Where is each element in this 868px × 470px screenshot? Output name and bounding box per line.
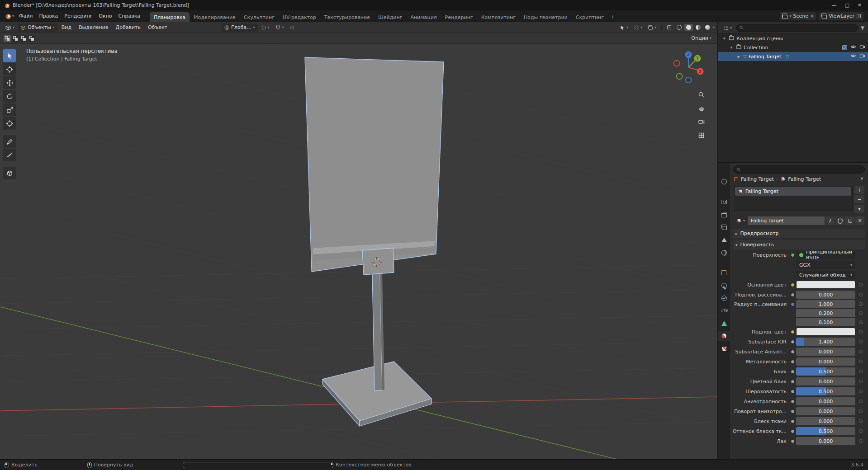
pin-icon[interactable] — [859, 177, 864, 182]
disclosure-icon[interactable]: ▾ — [721, 36, 727, 41]
shading-rendered-button[interactable] — [703, 24, 712, 31]
select-mode-subtract-button[interactable] — [20, 35, 27, 42]
gizmos-dropdown[interactable]: ▾ — [631, 24, 645, 31]
outliner-row-falling-target[interactable]: ▸ ▽ Falling Target ▽ — [718, 52, 868, 61]
workspace-tab-rendering[interactable]: Рендеринг — [441, 12, 477, 22]
fake-user-shield-button[interactable] — [835, 216, 844, 225]
decorator-dot[interactable] — [855, 409, 866, 413]
tab-output[interactable] — [718, 210, 730, 219]
menu-view[interactable]: Вид — [58, 23, 75, 32]
tab-object-data[interactable] — [718, 319, 730, 328]
radius-y-field[interactable]: 0.200 — [796, 309, 855, 317]
decorator-dot[interactable] — [855, 293, 866, 296]
xray-toggle[interactable] — [664, 24, 674, 31]
properties-search[interactable] — [733, 165, 865, 174]
workspace-tab-modeling[interactable]: Моделирование — [190, 12, 240, 22]
disclosure-icon[interactable]: ▸ — [736, 54, 741, 59]
menu-add[interactable]: Добавить — [113, 23, 144, 32]
remove-slot-button[interactable]: − — [854, 195, 864, 203]
select-mode-set-button[interactable] — [4, 35, 11, 42]
decorator-dot[interactable] — [855, 283, 866, 287]
menu-help[interactable]: Справка — [115, 12, 143, 20]
surface-shader-dropdown[interactable]: Принципиальный BSDF — [796, 251, 855, 259]
decorator-dot[interactable] — [855, 400, 866, 403]
decorator-dot[interactable] — [855, 330, 866, 334]
clearcoat-slider[interactable]: 0.000 — [796, 437, 855, 445]
sheen-tint-slider[interactable]: 0.500 — [796, 427, 855, 435]
menu-render[interactable]: Рендеринг — [61, 12, 95, 20]
falling-target-object[interactable] — [305, 57, 444, 426]
sheen-slider[interactable]: 0.000 — [796, 417, 855, 425]
tab-viewlayer[interactable] — [718, 222, 730, 232]
blender-menu-button[interactable]: ▾ — [3, 13, 16, 19]
unlink-material-button[interactable]: ✕ — [855, 216, 864, 225]
base-color-swatch[interactable] — [796, 281, 855, 289]
decorator-dot[interactable] — [855, 340, 866, 343]
decorator-dot[interactable] — [855, 320, 866, 324]
mode-dropdown[interactable]: Объекты ▾ — [18, 24, 57, 32]
menu-object[interactable]: Объект — [145, 23, 171, 32]
workspace-tab-compositing[interactable]: Композитинг — [477, 12, 520, 22]
zoom-button[interactable] — [696, 89, 707, 100]
ortho-toggle-button[interactable] — [696, 130, 707, 141]
distribution-dropdown[interactable]: GGX ▾ — [796, 261, 855, 269]
tool-add-cube[interactable] — [3, 167, 16, 179]
outliner-search[interactable] — [736, 24, 858, 32]
shading-solid-button[interactable] — [684, 24, 693, 31]
tool-annotate[interactable] — [3, 135, 16, 148]
tool-move[interactable] — [3, 76, 16, 89]
radius-x-field[interactable]: 1.000 — [796, 300, 855, 308]
menu-file[interactable]: Файл — [16, 12, 36, 20]
breadcrumb-material[interactable]: Falling Target — [788, 176, 821, 182]
transform-orientation-dropdown[interactable]: Глоба... ▾ — [221, 24, 258, 32]
subsurface-color-swatch[interactable] — [796, 328, 855, 336]
outliner-search-input[interactable] — [745, 25, 855, 31]
workspace-tab-layout[interactable]: Планировка — [150, 12, 190, 22]
tool-cursor[interactable] — [3, 63, 16, 75]
roughness-slider[interactable]: 0.500 — [796, 387, 855, 395]
tab-object[interactable] — [718, 268, 730, 277]
viewport-canvas[interactable]: Пользовательская перспектива (1) Collect… — [0, 44, 717, 459]
tab-physics[interactable] — [718, 293, 730, 303]
anisotropic-rotation-slider[interactable]: 0.000 — [796, 407, 855, 415]
overlays-dropdown[interactable]: ▾ — [645, 24, 659, 31]
menu-select[interactable]: Выделение — [76, 23, 112, 32]
workspace-tab-texture[interactable]: Текстурирование — [320, 12, 374, 22]
close-button[interactable]: ✕ — [858, 2, 862, 8]
navigation-gizmo[interactable]: Z Y X — [668, 47, 709, 88]
users-count-button[interactable]: 2 — [825, 216, 835, 225]
decorator-dot[interactable] — [855, 390, 866, 393]
slot-list[interactable]: Falling Target — [734, 186, 853, 211]
exclude-checkbox[interactable]: ✓ — [842, 45, 847, 50]
viewlayer-selector[interactable]: ViewLayer — [819, 12, 863, 20]
tab-world[interactable] — [718, 248, 730, 257]
shading-material-button[interactable] — [694, 24, 702, 31]
decorator-dot[interactable] — [855, 419, 866, 423]
panel-preview[interactable]: ▸ Предпросмотр — [733, 229, 865, 238]
tab-modifiers[interactable] — [718, 281, 730, 290]
editor-type-button[interactable]: ▾ — [3, 24, 17, 32]
subsurface-slider[interactable]: 0.000 — [796, 291, 855, 299]
snap-toggle[interactable]: ▾ — [273, 24, 286, 31]
subsurface-ior-slider[interactable]: 1.400 — [796, 338, 855, 346]
menu-edit[interactable]: Правка — [36, 12, 61, 20]
decorator-dot[interactable] — [855, 350, 866, 353]
eye-icon[interactable] — [850, 44, 856, 51]
gizmo-y-neg-axis[interactable] — [677, 74, 683, 80]
tool-options-dropdown[interactable]: Опции ▾ — [689, 34, 714, 42]
new-viewlayer-icon[interactable] — [857, 14, 861, 18]
workspace-tab-animation[interactable]: Анимация — [406, 12, 441, 22]
material-name-field[interactable]: Falling Target — [748, 216, 825, 225]
decorator-dot[interactable] — [855, 311, 866, 315]
decorator-dot[interactable] — [855, 360, 866, 363]
eye-icon[interactable] — [850, 53, 856, 60]
camera-view-button[interactable] — [696, 116, 707, 127]
outliner-row-collection[interactable]: ▾ Collection ✓ — [718, 43, 868, 52]
add-workspace-button[interactable]: + — [608, 12, 617, 22]
radius-z-field[interactable]: 0.100 — [796, 318, 855, 326]
subsurface-anisotropy-slider[interactable]: 0.000 — [796, 348, 855, 356]
tab-render[interactable] — [718, 197, 730, 207]
render-visibility-icon[interactable] — [859, 53, 865, 60]
tool-measure[interactable] — [3, 149, 16, 161]
decorator-dot[interactable] — [855, 302, 866, 306]
